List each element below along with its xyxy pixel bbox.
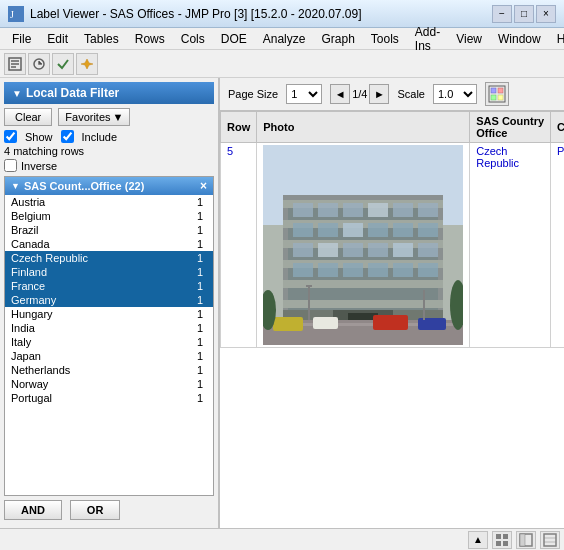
scale-icon-button[interactable]	[485, 82, 509, 106]
results-table: Row Photo SAS CountryOffice City 5	[220, 111, 564, 348]
filter-list-item[interactable]: Norway1	[5, 377, 213, 391]
filter-list-item[interactable]: Belgium1	[5, 209, 213, 223]
filter-list-item[interactable]: Netherlands1	[5, 363, 213, 377]
country-count: 1	[197, 238, 203, 250]
filter-list-item[interactable]: Hungary1	[5, 307, 213, 321]
svg-rect-54	[308, 285, 310, 320]
data-table: Row Photo SAS CountryOffice City 5	[220, 111, 564, 528]
show-checkbox[interactable]	[4, 130, 17, 143]
filter-list-item[interactable]: Italy1	[5, 335, 213, 349]
filter-list-item[interactable]: India1	[5, 321, 213, 335]
inverse-checkbox[interactable]	[4, 159, 17, 172]
menu-rows[interactable]: Rows	[127, 30, 173, 48]
country-name: Finland	[11, 266, 47, 278]
country-count: 1	[197, 294, 203, 306]
toolbar-btn-1[interactable]	[4, 53, 26, 75]
menu-help[interactable]: Help	[549, 30, 564, 48]
menu-graph[interactable]: Graph	[313, 30, 362, 48]
svg-rect-58	[503, 534, 508, 539]
filter-list-item[interactable]: Brazil1	[5, 223, 213, 237]
toolbar-btn-3[interactable]	[52, 53, 74, 75]
filter-list-item[interactable]: Germany1	[5, 293, 213, 307]
svg-rect-34	[368, 243, 388, 257]
filter-list-item[interactable]: Portugal1	[5, 391, 213, 405]
filter-list-item[interactable]: France1	[5, 279, 213, 293]
country-link[interactable]: Czech Republic	[476, 145, 519, 169]
menu-analyze[interactable]: Analyze	[255, 30, 314, 48]
filter-list-item[interactable]: Austria1	[5, 195, 213, 209]
next-page-button[interactable]: ►	[369, 84, 389, 104]
svg-rect-21	[343, 203, 363, 217]
menu-doe[interactable]: DOE	[213, 30, 255, 48]
row-link[interactable]: 5	[227, 145, 233, 157]
page-size-select[interactable]: 1510	[286, 84, 322, 104]
country-count: 1	[197, 280, 203, 292]
toolbar-btn-2[interactable]	[28, 53, 50, 75]
svg-rect-26	[318, 223, 338, 237]
filter-list-header: ▼ SAS Count...Office (22) ×	[5, 177, 213, 195]
svg-rect-37	[293, 263, 313, 277]
country-name: Norway	[11, 378, 48, 390]
svg-rect-36	[418, 243, 438, 257]
country-count: 1	[197, 196, 203, 208]
menu-edit[interactable]: Edit	[39, 30, 76, 48]
window-title: Label Viewer - SAS Offices - JMP Pro [3]…	[30, 7, 492, 21]
include-checkbox[interactable]	[61, 130, 74, 143]
page-info: 1/4	[352, 88, 367, 100]
and-button[interactable]: AND	[4, 500, 62, 520]
svg-rect-59	[496, 541, 501, 546]
cell-country: Czech Republic	[470, 143, 551, 348]
country-name: Canada	[11, 238, 50, 250]
scale-select[interactable]: 1.00.52.0	[433, 84, 477, 104]
menu-file[interactable]: File	[4, 30, 39, 48]
menu-cols[interactable]: Cols	[173, 30, 213, 48]
cell-row-num: 5	[221, 143, 257, 348]
svg-rect-60	[503, 541, 508, 546]
clear-button[interactable]: Clear	[4, 108, 52, 126]
filter-list-container: ▼ SAS Count...Office (22) × Austria1Belg…	[4, 176, 214, 496]
city-link[interactable]: Prague	[557, 145, 564, 157]
svg-rect-42	[418, 263, 438, 277]
svg-rect-35	[393, 243, 413, 257]
filter-title: Local Data Filter	[26, 86, 119, 100]
country-name: Brazil	[11, 224, 39, 236]
status-btn-up[interactable]: ▲	[468, 531, 488, 549]
filter-list-title-group: ▼ SAS Count...Office (22)	[11, 180, 144, 192]
status-btn-view1[interactable]	[516, 531, 536, 549]
menu-view[interactable]: View	[448, 30, 490, 48]
toolbar-btn-4[interactable]	[76, 53, 98, 75]
scale-label: Scale	[397, 88, 425, 100]
filter-list-item[interactable]: Canada1	[5, 237, 213, 251]
svg-rect-28	[368, 223, 388, 237]
close-button[interactable]: ×	[536, 5, 556, 23]
country-name: Belgium	[11, 210, 51, 222]
country-count: 1	[197, 224, 203, 236]
svg-rect-20	[318, 203, 338, 217]
filter-list-item[interactable]: Japan1	[5, 349, 213, 363]
menu-tools[interactable]: Tools	[363, 30, 407, 48]
menu-tables[interactable]: Tables	[76, 30, 127, 48]
svg-rect-32	[318, 243, 338, 257]
menu-window[interactable]: Window	[490, 30, 549, 48]
favorites-button[interactable]: Favorites ▼	[58, 108, 130, 126]
country-name: India	[11, 322, 35, 334]
country-name: Portugal	[11, 392, 52, 404]
prev-page-button[interactable]: ◄	[330, 84, 350, 104]
status-btn-grid[interactable]	[492, 531, 512, 549]
filter-list-item[interactable]: Czech Republic1	[5, 251, 213, 265]
menu-addins[interactable]: Add-Ins	[407, 23, 448, 55]
include-label: Include	[82, 131, 117, 143]
svg-rect-29	[393, 223, 413, 237]
filter-controls: Clear Favorites ▼	[4, 108, 214, 126]
or-button[interactable]: OR	[70, 500, 121, 520]
svg-rect-33	[343, 243, 363, 257]
minimize-button[interactable]: −	[492, 5, 512, 23]
country-name: Italy	[11, 336, 31, 348]
status-btn-view2[interactable]	[540, 531, 560, 549]
filter-list-scroll[interactable]: Austria1Belgium1Brazil1Canada1Czech Repu…	[5, 195, 213, 495]
svg-rect-41	[393, 263, 413, 277]
maximize-button[interactable]: □	[514, 5, 534, 23]
table-row: 5	[221, 143, 565, 348]
filter-list-item[interactable]: Finland1	[5, 265, 213, 279]
filter-list-close-icon[interactable]: ×	[200, 179, 207, 193]
